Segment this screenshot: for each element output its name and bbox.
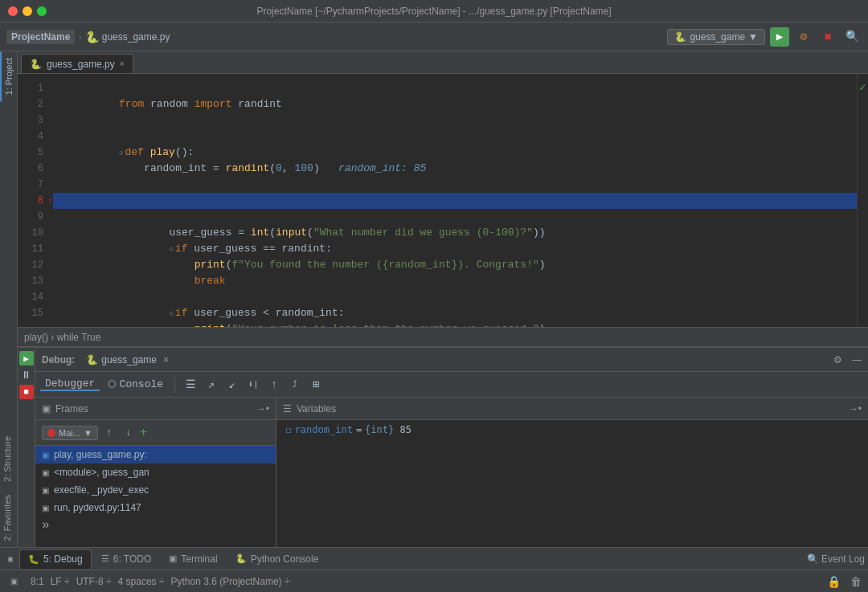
python-version[interactable]: Python 3.6 (ProjectName) ÷ bbox=[171, 576, 290, 587]
code-line-1: from random import randint bbox=[53, 80, 857, 96]
search-button[interactable]: 🔍 bbox=[842, 27, 862, 47]
sidebar-item-structure[interactable]: 2: Structure bbox=[0, 430, 17, 488]
todo-tab-text: 6: TODO bbox=[113, 553, 152, 565]
code-line-11: print(f"You found the number ({random_in… bbox=[53, 241, 857, 257]
project-name[interactable]: ProjectName bbox=[6, 30, 75, 44]
run-to-cursor-button[interactable]: ⤴ bbox=[286, 376, 304, 394]
frame-item-run[interactable]: ▣ run, pydevd.py:1147 bbox=[35, 499, 276, 516]
debug-tab-icon: 🐛 bbox=[28, 554, 39, 565]
editor-tab-guess-game[interactable]: 🐍 guess_game.py × bbox=[21, 54, 133, 73]
variables-header-right: →• bbox=[849, 403, 862, 414]
debug-tab-guess-game[interactable]: 🐍 guess_game × bbox=[81, 354, 174, 365]
debug-section: ▶ ⏸ ■ Debug: 🐍 guess_game × ⚙ — bbox=[18, 346, 868, 547]
debug-minimize-button[interactable]: — bbox=[852, 354, 862, 365]
step-into-my-code-button[interactable]: ⬇| bbox=[244, 376, 262, 394]
code-content[interactable]: from random import randint ⊖def play(): … bbox=[50, 74, 857, 327]
frames-icon: ▣ bbox=[42, 403, 51, 414]
code-line-12: break bbox=[53, 257, 857, 273]
bottom-tab-terminal[interactable]: ▣ Terminal bbox=[161, 549, 225, 569]
variables-icon: ☰ bbox=[283, 403, 292, 414]
console-icon: ⬡ bbox=[108, 378, 116, 390]
frame-icon-3: ▣ bbox=[42, 486, 49, 495]
tab-close-button[interactable]: × bbox=[120, 59, 125, 68]
minimize-button[interactable] bbox=[23, 6, 32, 16]
file-breadcrumb[interactable]: 🐍 guess_game.py bbox=[85, 31, 170, 43]
bottom-left-icon: ▣ bbox=[3, 552, 18, 566]
var-equals: = bbox=[356, 424, 362, 435]
debug-button[interactable]: ⚙ bbox=[794, 27, 813, 47]
pause-button[interactable]: ⏸ bbox=[19, 368, 34, 382]
bottom-tab-todo[interactable]: ☰ 6: TODO bbox=[93, 549, 160, 569]
debugger-label: Debugger bbox=[45, 378, 95, 390]
show-execution-point-button[interactable]: ☰ bbox=[182, 376, 199, 394]
titlebar: ProjectName [~/PycharmProjects/ProjectNa… bbox=[0, 0, 868, 22]
run-config-label: guess_game bbox=[690, 31, 745, 43]
event-log-button[interactable]: 🔍 Event Log bbox=[807, 553, 865, 565]
stop-button[interactable]: ■ bbox=[818, 27, 837, 47]
bottom-tab-bar: ▣ 🐛 5: Debug ☰ 6: TODO ▣ Terminal 🐍 Pyth… bbox=[0, 547, 868, 570]
variables-header: ☰ Variables →• bbox=[276, 398, 868, 420]
frame-down-button[interactable]: ↓ bbox=[121, 425, 137, 441]
variable-item-random-int: ◻ random_int = {int} 85 bbox=[276, 420, 868, 439]
resume-program-button[interactable]: ▶ bbox=[19, 351, 34, 365]
thread-status-icon bbox=[47, 429, 55, 437]
editor-breadcrumb: play() › while True bbox=[18, 327, 868, 346]
frames-list: ▣ play, guess_game.py: ▣ <module>, guess… bbox=[35, 446, 276, 547]
frame-label: play, guess_game.py: bbox=[54, 449, 147, 460]
cursor-position[interactable]: 8:1 bbox=[31, 576, 44, 587]
frames-panel: ▣ Frames →• Mai... ▼ ↑ ↓ bbox=[35, 398, 276, 547]
code-line-3 bbox=[53, 112, 857, 129]
bottom-tab-python-console[interactable]: 🐍 Python Console bbox=[227, 549, 327, 569]
line-endings[interactable]: LF ÷ bbox=[51, 576, 70, 587]
console-label: Console bbox=[119, 378, 163, 390]
bottom-tab-debug[interactable]: 🐛 5: Debug bbox=[19, 549, 92, 569]
indent-setting[interactable]: 4 spaces ÷ bbox=[118, 576, 165, 587]
breakpoint-indicator bbox=[50, 196, 51, 205]
code-line-9 bbox=[53, 209, 857, 225]
frame-item-module[interactable]: ▣ <module>, guess_gan bbox=[35, 463, 276, 481]
frame-icon-2: ▣ bbox=[42, 468, 49, 477]
window-controls[interactable] bbox=[8, 6, 47, 16]
sidebar-item-favorites[interactable]: 2: Favorites bbox=[0, 488, 17, 547]
step-out-button[interactable]: ↑ bbox=[265, 376, 283, 394]
debug-settings-button[interactable]: ⚙ bbox=[833, 354, 842, 365]
maximize-button[interactable] bbox=[37, 6, 47, 16]
run-config-icon: 🐍 bbox=[674, 31, 686, 43]
step-over-button[interactable]: ↗ bbox=[203, 376, 220, 394]
code-line-6 bbox=[53, 161, 857, 177]
run-button[interactable]: ▶ bbox=[770, 27, 789, 47]
evaluate-expression-button[interactable]: ⊞ bbox=[307, 376, 325, 394]
console-tab[interactable]: ⬡ Console bbox=[103, 378, 168, 390]
status-left: 8:1 LF ÷ UTF-8 ÷ 4 spaces ÷ Python 3.6 (… bbox=[31, 576, 289, 587]
bottom-left-corner: ▣ bbox=[6, 574, 21, 589]
editor-debug-area: 🐍 guess_game.py × 1 2 3 4 5 6 7 8 9 10 1… bbox=[18, 51, 868, 547]
add-frame-button[interactable]: + bbox=[140, 426, 148, 440]
status-bar: ▣ 8:1 LF ÷ UTF-8 ÷ 4 spaces ÷ Python 3.6… bbox=[0, 570, 868, 592]
frame-controls: Mai... ▼ ↑ ↓ + bbox=[35, 420, 276, 446]
terminal-tab-text: Terminal bbox=[181, 553, 217, 565]
frame-label-2: <module>, guess_gan bbox=[54, 467, 149, 478]
code-line-13 bbox=[53, 273, 857, 289]
right-gutter: ✓ bbox=[857, 74, 868, 327]
thread-selector[interactable]: Mai... ▼ bbox=[42, 426, 98, 440]
debug-body: ▣ Frames →• Mai... ▼ ↑ ↓ bbox=[35, 398, 868, 547]
tab-label: guess_game.py bbox=[47, 59, 115, 70]
debugger-tab[interactable]: Debugger bbox=[40, 378, 100, 391]
var-value: 85 bbox=[394, 424, 411, 435]
git-icon: 🔒 bbox=[827, 575, 841, 588]
file-encoding[interactable]: UTF-8 ÷ bbox=[76, 576, 112, 587]
run-configuration[interactable]: 🐍 guess_game ▼ bbox=[667, 29, 765, 45]
frames-label: Frames bbox=[55, 403, 88, 414]
bottom-right-area: 🔍 Event Log bbox=[807, 553, 865, 565]
frame-up-button[interactable]: ↑ bbox=[101, 425, 117, 441]
step-into-button[interactable]: ↙ bbox=[223, 376, 241, 394]
close-button[interactable] bbox=[8, 6, 18, 16]
code-line-7: ⊖while True: bbox=[53, 177, 857, 193]
thread-dropdown-arrow: ▼ bbox=[84, 428, 92, 438]
sidebar-item-project[interactable]: 1: Project bbox=[0, 51, 17, 101]
stop-debug-button[interactable]: ■ bbox=[19, 385, 34, 399]
frame-item-execfile[interactable]: ▣ execfile, _pydev_exec bbox=[35, 481, 276, 499]
frames-header-right: →• bbox=[256, 403, 269, 414]
debug-tab-close[interactable]: × bbox=[163, 354, 169, 365]
frame-item-play[interactable]: ▣ play, guess_game.py: bbox=[35, 446, 276, 463]
